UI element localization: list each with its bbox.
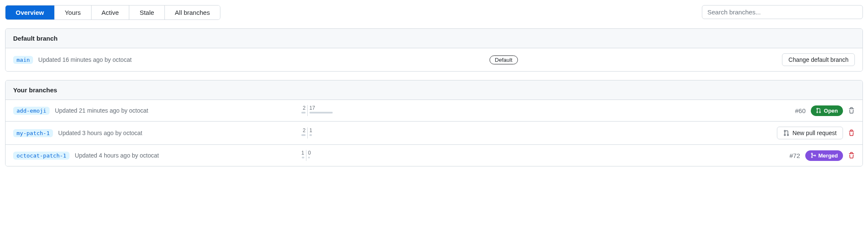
tab-overview[interactable]: Overview: [6, 6, 55, 19]
pr-number[interactable]: #72: [790, 152, 800, 159]
tab-active[interactable]: Active: [92, 6, 130, 19]
behind-ahead-indicator: 1 0: [301, 150, 311, 161]
branch-row: main Updated 16 minutes ago by octocat D…: [6, 48, 862, 71]
branch-name-link[interactable]: add-emoji: [13, 107, 50, 115]
branch-tabs: Overview Yours Active Stale All branches: [5, 5, 220, 20]
pr-state-badge-open[interactable]: Open: [811, 105, 843, 116]
branch-updated-text: Updated 4 hours ago by octocat: [75, 152, 159, 159]
branch-row: octocat-patch-1 Updated 4 hours ago by o…: [6, 145, 862, 166]
your-branches-panel: Your branches add-emoji Updated 21 minut…: [5, 80, 863, 166]
branch-name-link[interactable]: octocat-patch-1: [13, 152, 70, 160]
ahead-count: 17: [309, 105, 315, 111]
branch-name-link[interactable]: my-patch-1: [13, 129, 53, 137]
branch-updated-text: Updated 21 minutes ago by octocat: [55, 107, 148, 114]
tab-all-branches[interactable]: All branches: [165, 6, 220, 19]
trash-icon: [848, 152, 855, 159]
behind-count: 1: [301, 150, 304, 156]
new-pull-request-label: New pull request: [793, 130, 837, 136]
pull-request-icon: [783, 130, 790, 136]
default-branch-panel: Default branch main Updated 16 minutes a…: [5, 28, 863, 72]
default-badge: Default: [490, 55, 518, 64]
trash-icon: [848, 130, 855, 136]
default-branch-heading: Default branch: [6, 29, 862, 48]
pr-state-badge-merged[interactable]: Merged: [805, 150, 843, 161]
branch-updated-text: Updated 16 minutes ago by octocat: [38, 56, 131, 63]
pr-state-label: Open: [824, 108, 838, 114]
pull-request-icon: [816, 108, 822, 113]
behind-ahead-indicator: 2 1: [301, 127, 312, 138]
behind-ahead-indicator: 2 17: [301, 105, 333, 116]
pr-number[interactable]: #60: [795, 107, 806, 114]
change-default-branch-button[interactable]: Change default branch: [782, 53, 855, 66]
pr-state-label: Merged: [818, 152, 838, 159]
branch-row: my-patch-1 Updated 3 hours ago by octoca…: [6, 122, 862, 145]
tab-yours[interactable]: Yours: [55, 6, 92, 19]
delete-branch-button[interactable]: [848, 152, 855, 159]
search-branches-input[interactable]: [702, 5, 863, 19]
your-branches-heading: Your branches: [6, 80, 862, 100]
behind-count: 2: [303, 105, 306, 111]
ahead-count: 0: [308, 150, 311, 156]
merge-icon: [810, 152, 816, 158]
new-pull-request-button[interactable]: New pull request: [777, 127, 843, 139]
delete-branch-button[interactable]: [848, 107, 855, 114]
ahead-count: 1: [309, 127, 312, 133]
behind-count: 2: [303, 127, 306, 133]
branch-updated-text: Updated 3 hours ago by octocat: [58, 130, 142, 136]
delete-branch-button[interactable]: [848, 130, 855, 136]
trash-icon: [848, 107, 855, 114]
tab-stale[interactable]: Stale: [129, 6, 164, 19]
branch-name-link[interactable]: main: [13, 56, 33, 64]
branch-row: add-emoji Updated 21 minutes ago by octo…: [6, 100, 862, 122]
